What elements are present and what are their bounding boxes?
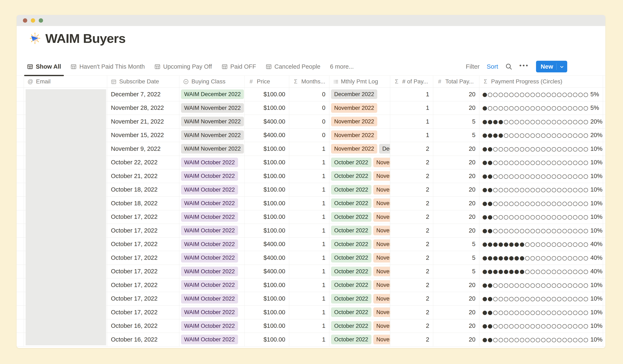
cell-num_pay[interactable]: 2: [390, 319, 433, 333]
cell-total_pay[interactable]: 20: [433, 142, 479, 156]
cell-email[interactable]: [24, 319, 107, 333]
cell-subscribe_date[interactable]: November 28, 2022: [107, 101, 179, 115]
cell-total_pay[interactable]: 5: [433, 237, 479, 251]
cell-total_pay[interactable]: 20: [433, 333, 479, 346]
cell-months[interactable]: 1: [289, 305, 329, 319]
tab-canceled-people[interactable]: Canceled People: [266, 58, 320, 76]
cell-price[interactable]: $100.00: [245, 183, 289, 196]
cell-months[interactable]: 1: [289, 333, 329, 346]
cell-buying_class[interactable]: WAIM November 2022: [179, 115, 245, 128]
cell-subscribe_date[interactable]: October 17, 2022: [107, 210, 179, 224]
cell-price[interactable]: $100.00: [245, 333, 289, 346]
cell-total_pay[interactable]: 20: [433, 169, 479, 183]
new-button[interactable]: New: [536, 61, 567, 72]
cell-email[interactable]: [24, 278, 107, 292]
cell-num_pay[interactable]: 2: [390, 305, 433, 319]
cell-buying_class[interactable]: WAIM December 2022: [179, 87, 245, 101]
cell-num_pay[interactable]: 2: [390, 333, 433, 346]
cell-buying_class[interactable]: WAIM October 2022: [179, 265, 245, 278]
cell-subscribe_date[interactable]: October 16, 2022: [107, 333, 179, 346]
cell-pmt_log[interactable]: October 2022November 2022: [329, 278, 390, 292]
cell-buying_class[interactable]: WAIM November 2022: [179, 142, 245, 156]
cell-buying_class[interactable]: WAIM October 2022: [179, 278, 245, 292]
cell-email[interactable]: [24, 115, 107, 128]
cell-total_pay[interactable]: 20: [433, 278, 479, 292]
cell-num_pay[interactable]: 2: [390, 183, 433, 196]
column-header-price[interactable]: #Price: [245, 76, 289, 87]
cell-buying_class[interactable]: WAIM November 2022: [179, 101, 245, 115]
cell-pmt_log[interactable]: October 2022November 2022: [329, 333, 390, 346]
cell-num_pay[interactable]: 2: [390, 210, 433, 224]
cell-pmt_log[interactable]: October 2022November 2022: [329, 224, 390, 237]
cell-email[interactable]: [24, 87, 107, 101]
cell-progress[interactable]: ●●○○○○○○○○○○○○○○○○○○10%: [479, 278, 603, 292]
close-window-button[interactable]: [23, 18, 27, 23]
cell-email[interactable]: [24, 224, 107, 237]
cell-total_pay[interactable]: 20: [433, 156, 479, 169]
cell-num_pay[interactable]: 2: [390, 156, 433, 169]
filter-button[interactable]: Filter: [466, 63, 480, 70]
cell-subscribe_date[interactable]: October 17, 2022: [107, 251, 179, 265]
cell-num_pay[interactable]: 2: [390, 169, 433, 183]
cell-months[interactable]: 1: [289, 169, 329, 183]
cell-email[interactable]: [24, 196, 107, 210]
cell-total_pay[interactable]: 20: [433, 305, 479, 319]
cell-subscribe_date[interactable]: November 9, 2022: [107, 142, 179, 156]
cell-subscribe_date[interactable]: October 22, 2022: [107, 156, 179, 169]
cell-buying_class[interactable]: WAIM October 2022: [179, 333, 245, 346]
cell-pmt_log[interactable]: October 2022November 2022: [329, 156, 390, 169]
cell-buying_class[interactable]: WAIM October 2022: [179, 305, 245, 319]
cell-total_pay[interactable]: 20: [433, 196, 479, 210]
cell-total_pay[interactable]: 20: [433, 224, 479, 237]
cell-price[interactable]: $400.00: [245, 115, 289, 128]
column-header-progress[interactable]: ΣPayment Progress (Circles): [479, 76, 603, 87]
cell-pmt_log[interactable]: November 2022: [329, 101, 390, 115]
column-header-subscribe_date[interactable]: Subscribe Date: [107, 76, 179, 87]
cell-price[interactable]: $100.00: [245, 278, 289, 292]
cell-buying_class[interactable]: WAIM October 2022: [179, 319, 245, 333]
tab-upcoming-pay-off[interactable]: Upcoming Pay Off: [155, 58, 212, 76]
cell-months[interactable]: 1: [289, 237, 329, 251]
column-header-buying_class[interactable]: Buying Class: [179, 76, 245, 87]
cell-months[interactable]: 0: [289, 101, 329, 115]
cell-months[interactable]: 1: [289, 265, 329, 278]
cell-pmt_log[interactable]: October 2022November 2022: [329, 319, 390, 333]
cell-email[interactable]: [24, 292, 107, 305]
cell-price[interactable]: $100.00: [245, 224, 289, 237]
paper-plane-emoji-icon[interactable]: [28, 32, 42, 45]
cell-email[interactable]: [24, 210, 107, 224]
cell-months[interactable]: 1: [289, 224, 329, 237]
cell-num_pay[interactable]: 1: [390, 115, 433, 128]
cell-pmt_log[interactable]: December 2022: [329, 87, 390, 101]
cell-buying_class[interactable]: WAIM October 2022: [179, 237, 245, 251]
cell-pmt_log[interactable]: October 2022November 2022: [329, 169, 390, 183]
cell-total_pay[interactable]: 20: [433, 210, 479, 224]
cell-progress[interactable]: ●●○○○○○○○○○○○○○○○○○○10%: [479, 224, 603, 237]
cell-price[interactable]: $100.00: [245, 196, 289, 210]
cell-buying_class[interactable]: WAIM October 2022: [179, 169, 245, 183]
cell-num_pay[interactable]: 2: [390, 265, 433, 278]
cell-buying_class[interactable]: WAIM November 2022: [179, 128, 245, 142]
cell-email[interactable]: [24, 128, 107, 142]
cell-pmt_log[interactable]: November 2022December 2022: [329, 142, 390, 156]
cell-subscribe_date[interactable]: October 17, 2022: [107, 292, 179, 305]
cell-buying_class[interactable]: WAIM October 2022: [179, 196, 245, 210]
cell-total_pay[interactable]: 20: [433, 292, 479, 305]
cell-pmt_log[interactable]: October 2022November 2022: [329, 292, 390, 305]
cell-progress[interactable]: ●●○○○○○○○○○○○○○○○○○○10%: [479, 169, 603, 183]
search-icon[interactable]: [505, 63, 512, 70]
cell-subscribe_date[interactable]: October 17, 2022: [107, 265, 179, 278]
cell-price[interactable]: $400.00: [245, 251, 289, 265]
cell-total_pay[interactable]: 20: [433, 183, 479, 196]
cell-pmt_log[interactable]: October 2022November 2022: [329, 196, 390, 210]
cell-progress[interactable]: ●●○○○○○○○○○○○○○○○○○○10%: [479, 319, 603, 333]
cell-pmt_log[interactable]: October 2022November 2022: [329, 265, 390, 278]
cell-progress[interactable]: ●○○○○○○○○○○○○○○○○○○○5%: [479, 87, 603, 101]
column-header-months[interactable]: ΣMonths...: [289, 76, 329, 87]
column-header-total_pay[interactable]: #Total Pay...: [433, 76, 479, 87]
cell-progress[interactable]: ●●○○○○○○○○○○○○○○○○○○10%: [479, 183, 603, 196]
cell-months[interactable]: 0: [289, 128, 329, 142]
cell-buying_class[interactable]: WAIM October 2022: [179, 224, 245, 237]
column-header-num_pay[interactable]: Σ# of Pay...: [390, 76, 433, 87]
cell-progress[interactable]: ●●○○○○○○○○○○○○○○○○○○10%: [479, 305, 603, 319]
